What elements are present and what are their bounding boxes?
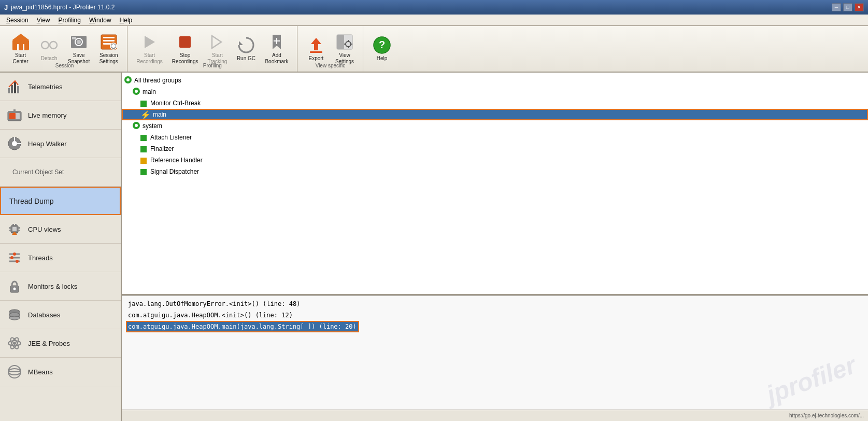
attach-listener-label: Attach Listener [150, 134, 192, 141]
finalizer-icon [140, 145, 148, 153]
start-tracking-button[interactable]: StartTracking [203, 31, 232, 67]
menu-session[interactable]: Session [2, 16, 33, 25]
tree-node-main-group[interactable]: main [122, 86, 868, 97]
content-area: All thread groups main [122, 73, 868, 421]
mbeans-label: MBeans [28, 368, 53, 376]
menu-view[interactable]: View [33, 16, 54, 25]
stack-trace-panel[interactable]: java.lang.OutOfMemoryError.<init>() (lin… [122, 296, 868, 410]
add-bookmark-button[interactable]: AddBookmark [260, 31, 293, 67]
thread-tree-panel[interactable]: All thread groups main [122, 73, 868, 296]
svg-rect-12 [103, 37, 115, 38]
view-specific-group-label: View specific [316, 63, 346, 68]
reference-handler-label: Reference Handler [150, 157, 203, 164]
tree-node-reference-handler[interactable]: Reference Handler [122, 155, 868, 166]
tree-node-finalizer[interactable]: Finalizer [122, 143, 868, 155]
svg-marker-20 [212, 36, 221, 48]
main-group-label: main [143, 88, 156, 95]
tree-node-system-group[interactable]: system [122, 120, 868, 132]
telemetries-label: Telemetries [28, 83, 62, 91]
start-center-label: StartCenter [12, 52, 28, 65]
sidebar-item-cpu-views[interactable]: CPU views [0, 215, 121, 244]
sidebar-item-live-memory[interactable]: Live memory [0, 101, 121, 130]
start-center-button[interactable]: StartCenter [6, 31, 35, 67]
detach-button[interactable]: Detach [35, 31, 63, 67]
sidebar-item-heap-walker[interactable]: Heap Walker [0, 130, 121, 158]
tree-node-monitor-ctrl-break[interactable]: Monitor Ctrl-Break [122, 97, 868, 109]
svg-point-5 [50, 41, 57, 49]
sidebar-item-monitors-locks[interactable]: Monitors & locks [0, 272, 121, 301]
svg-rect-37 [11, 85, 13, 93]
svg-point-80 [135, 90, 138, 93]
stack-line-3[interactable]: com.atguigu.java.HeapOOM.main(java.lang.… [126, 321, 359, 332]
mbeans-icon [6, 363, 23, 380]
main-layout: Telemetries Live memory [0, 73, 868, 421]
databases-label: Databases [28, 311, 60, 319]
status-bar: https://go.ej-technologies.com/... [122, 410, 868, 421]
export-label: Export [309, 55, 324, 62]
export-button[interactable]: Export [302, 31, 330, 67]
tree-node-all-thread-groups[interactable]: All thread groups [122, 75, 868, 86]
save-snapshot-button[interactable]: SaveSnapshot [63, 31, 94, 67]
watermark: jprofiler [763, 350, 860, 409]
minimize-button[interactable]: ─ [832, 3, 841, 11]
menu-window[interactable]: Window [85, 16, 116, 25]
svg-rect-39 [17, 86, 19, 93]
svg-rect-43 [13, 109, 16, 112]
maximize-button[interactable]: □ [843, 3, 852, 11]
svg-text:?: ? [379, 39, 385, 50]
menu-help[interactable]: Help [116, 16, 137, 25]
close-button[interactable]: ✕ [855, 3, 864, 11]
monitors-locks-icon [6, 278, 23, 294]
svg-rect-54 [12, 224, 14, 226]
tree-node-main-thread[interactable]: ⚡ main [122, 109, 868, 120]
detach-label: Detach [41, 55, 58, 62]
title-bar-left: J java_pid11856.hprof - JProfiler 11.0.2 [4, 4, 115, 11]
start-center-icon [11, 33, 30, 51]
stop-recordings-label: StopRecordings [172, 52, 198, 65]
threads-label: Threads [28, 254, 53, 262]
live-memory-label: Live memory [28, 111, 66, 119]
stop-recordings-button[interactable]: StopRecordings [167, 31, 203, 67]
sidebar-item-thread-dump[interactable]: Thread Dump [0, 187, 121, 215]
toolbar-session-group: StartCenter Detach SaveSnap [2, 26, 127, 72]
status-url: https://go.ej-technologies.com/... [789, 413, 864, 418]
sidebar-item-databases[interactable]: Databases [0, 301, 121, 329]
svg-rect-42 [9, 113, 16, 119]
stack-line-2[interactable]: com.atguigu.java.HeapOOM.<init>() (line:… [126, 310, 864, 321]
sidebar-item-telemetries[interactable]: Telemetries [0, 73, 121, 101]
databases-icon [6, 306, 23, 323]
current-object-set-label: Current Object Set [12, 169, 64, 176]
svg-rect-26 [310, 51, 322, 53]
tree-node-attach-listener[interactable]: Attach Listener [122, 132, 868, 143]
heap-walker-icon [6, 135, 23, 152]
help-button[interactable]: ? Help [367, 31, 396, 67]
start-recordings-button[interactable]: StartRecordings [132, 31, 167, 67]
title-bar-controls: ─ □ ✕ [832, 3, 864, 11]
svg-point-78 [126, 78, 130, 81]
svg-marker-25 [311, 38, 321, 50]
svg-rect-50 [9, 227, 11, 229]
title-text: java_pid11856.hprof - JProfiler 11.0.2 [11, 4, 115, 11]
stack-line-2-text: com.atguigu.java.HeapOOM.<init>() (line:… [128, 312, 293, 319]
stack-line-1[interactable]: java.lang.OutOfMemoryError.<init>() (lin… [126, 298, 864, 310]
view-settings-button[interactable]: ViewSettings [330, 31, 359, 67]
attach-listener-icon [140, 134, 148, 142]
svg-rect-51 [9, 230, 11, 231]
run-gc-icon [237, 36, 255, 54]
tree-node-signal-dispatcher[interactable]: Signal Dispatcher [122, 166, 868, 177]
menu-profiling[interactable]: Profiling [54, 16, 85, 25]
sidebar-item-threads[interactable]: Threads [0, 244, 121, 272]
run-gc-label: Run GC [237, 55, 255, 62]
run-gc-button[interactable]: Run GC [232, 31, 260, 67]
session-settings-icon [99, 33, 118, 51]
sidebar: Telemetries Live memory [0, 73, 122, 421]
profiling-group-label: Profiling [203, 63, 222, 68]
svg-point-73 [13, 342, 16, 345]
session-settings-button[interactable]: SessionSettings [94, 31, 123, 67]
main-group-icon [132, 87, 140, 97]
sidebar-item-current-object-set[interactable]: Current Object Set [0, 158, 121, 187]
sidebar-item-mbeans[interactable]: MBeans [0, 358, 121, 386]
stack-line-3-text: com.atguigu.java.HeapOOM.main(java.lang.… [128, 323, 357, 330]
sidebar-item-jee-probes[interactable]: JEE & Probes [0, 329, 121, 358]
menu-bar: Session View Profiling Window Help [0, 15, 868, 26]
